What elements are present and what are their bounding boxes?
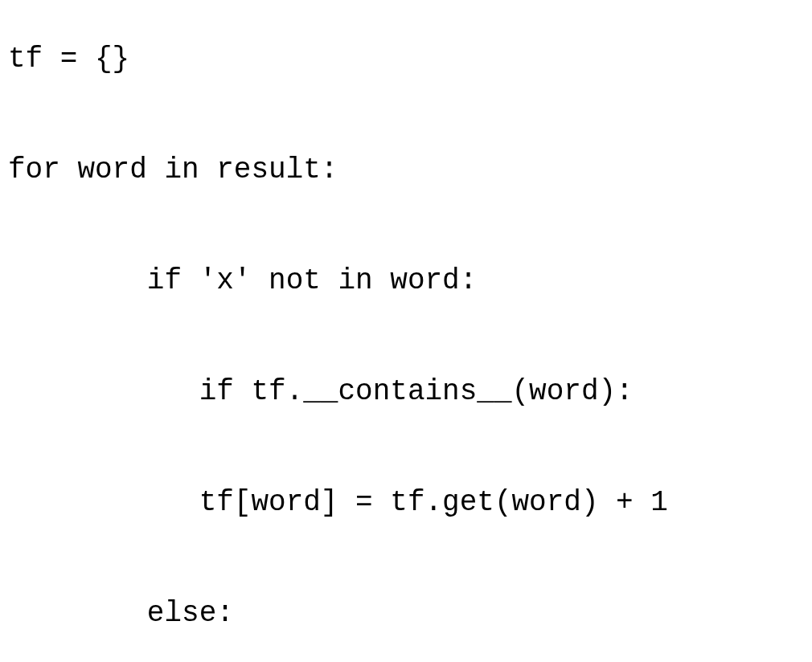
code-line-3: if 'x' not in word: xyxy=(8,267,804,296)
code-line-5: tf[word] = tf.get(word) + 1 xyxy=(8,488,804,517)
code-line-6: else: xyxy=(8,599,804,628)
code-line-2: for word in result: xyxy=(8,156,804,185)
code-line-4: if tf.__contains__(word): xyxy=(8,378,804,407)
code-block: tf = {} for word in result: if 'x' not i… xyxy=(8,16,804,662)
code-line-1: tf = {} xyxy=(8,45,804,74)
